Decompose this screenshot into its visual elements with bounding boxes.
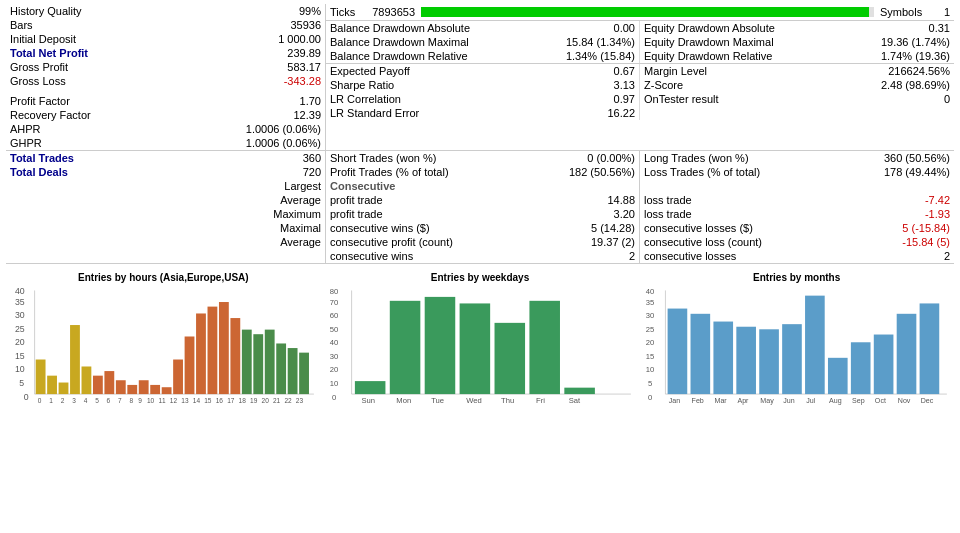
svg-text:Wed: Wed: [466, 396, 482, 405]
bars-row: Bars 35936: [6, 18, 325, 32]
svg-text:Sun: Sun: [361, 396, 375, 405]
hours-chart-svg: 0 5 10 15 20 25 30 35 40: [10, 285, 317, 405]
symbols-label: Symbols: [880, 6, 930, 18]
svg-text:5: 5: [95, 397, 99, 404]
hours-bar-7: [116, 380, 126, 394]
svg-text:17: 17: [227, 397, 235, 404]
svg-text:Nov: Nov: [898, 397, 911, 405]
month-bar-jul: [805, 296, 825, 394]
long-trades-row: Long Trades (won %) 360 (50.56%): [640, 151, 954, 165]
gross-loss-label: Gross Loss: [10, 75, 241, 87]
hours-bar-21: [276, 343, 286, 394]
months-chart-svg: 0 5 10 15 20 25 30 35 40: [643, 285, 950, 405]
svg-text:3: 3: [72, 397, 76, 404]
hours-bar-12: [173, 360, 183, 395]
hours-chart-title: Entries by hours (Asia,Europe,USA): [10, 272, 317, 283]
profit-factor-value: 1.70: [241, 95, 321, 107]
svg-text:7: 7: [118, 397, 122, 404]
svg-text:0: 0: [648, 393, 652, 402]
svg-text:Feb: Feb: [692, 397, 704, 405]
consecutive-losses-avg-row: consecutive losses 2: [640, 249, 954, 263]
ghpr-value: 1.0006 (0.06%): [241, 137, 321, 149]
hours-bar-18: [242, 330, 252, 394]
svg-text:21: 21: [273, 397, 281, 404]
svg-text:40: 40: [329, 338, 337, 347]
hours-bar-11: [162, 387, 172, 394]
initial-deposit-row: Initial Deposit 1 000.00: [6, 32, 325, 46]
month-bar-jun: [782, 324, 802, 394]
total-net-profit-row: Total Net Profit 239.89: [6, 46, 325, 60]
svg-text:30: 30: [329, 352, 337, 361]
svg-text:23: 23: [296, 397, 304, 404]
svg-text:0: 0: [38, 397, 42, 404]
svg-text:10: 10: [646, 365, 654, 374]
hours-bar-8: [127, 385, 137, 394]
recovery-factor-row: Recovery Factor 12.39: [6, 108, 325, 122]
svg-text:15: 15: [204, 397, 212, 404]
gross-profit-label: Gross Profit: [10, 61, 241, 73]
months-chart: Entries by months 0 5 10 15 20 25 30 35 …: [643, 272, 950, 392]
loss-trade-average-row: loss trade -1.93: [640, 207, 954, 221]
ticks-label: Ticks: [330, 6, 360, 18]
svg-text:0: 0: [24, 392, 29, 402]
gross-profit-row: Gross Profit 583.17: [6, 60, 325, 74]
svg-text:12: 12: [170, 397, 178, 404]
svg-text:Sep: Sep: [852, 397, 865, 405]
svg-text:25: 25: [15, 324, 25, 334]
svg-text:60: 60: [329, 311, 337, 320]
gross-profit-value: 583.17: [241, 61, 321, 73]
svg-text:40: 40: [15, 286, 25, 296]
loss-trade-largest-row: loss trade -7.42: [640, 193, 954, 207]
month-bar-mar: [714, 322, 734, 395]
svg-text:Mon: Mon: [396, 396, 411, 405]
hours-bar-6: [104, 371, 114, 394]
ontester-result-row: OnTester result 0: [640, 92, 954, 106]
equity-drawdown-rel-row: Equity Drawdown Relative 1.74% (19.36): [640, 49, 954, 63]
svg-text:9: 9: [138, 397, 142, 404]
svg-text:30: 30: [15, 310, 25, 320]
month-bar-nov: [897, 314, 917, 394]
svg-text:Dec: Dec: [921, 397, 934, 405]
hours-bar-2: [59, 383, 69, 395]
weekday-bar-sat: [564, 388, 595, 394]
svg-text:Jun: Jun: [784, 397, 795, 405]
svg-text:1: 1: [49, 397, 53, 404]
hours-bar-1: [47, 376, 57, 394]
total-net-profit-label: Total Net Profit: [10, 47, 241, 59]
svg-text:14: 14: [193, 397, 201, 404]
consecutive-wins-avg-row: consecutive wins 2: [326, 249, 639, 263]
weekday-bar-wed: [459, 303, 490, 394]
equity-drawdown-max-row: Equity Drawdown Maximal 19.36 (1.74%): [640, 35, 954, 49]
svg-text:10: 10: [329, 379, 337, 388]
svg-text:Sat: Sat: [568, 396, 580, 405]
consecutive-label-row: Consecutive: [326, 179, 639, 193]
svg-text:19: 19: [250, 397, 258, 404]
gross-loss-row: Gross Loss -343.28: [6, 74, 325, 88]
z-score-row: Z-Score 2.48 (98.69%): [640, 78, 954, 92]
bars-label: Bars: [10, 19, 241, 31]
lr-std-error-row: LR Standard Error 16.22: [326, 106, 639, 120]
balance-drawdown-max-row: Balance Drawdown Maximal 15.84 (1.34%): [326, 35, 639, 49]
profit-factor-label: Profit Factor: [10, 95, 241, 107]
svg-text:30: 30: [646, 311, 654, 320]
svg-text:20: 20: [262, 397, 270, 404]
weekday-bar-mon: [389, 301, 420, 394]
svg-text:0: 0: [332, 393, 336, 402]
weekday-bar-tue: [424, 297, 455, 394]
hours-bar-0: [36, 360, 46, 395]
month-bar-sep: [851, 342, 871, 394]
svg-text:Aug: Aug: [829, 397, 842, 405]
ahpr-value: 1.0006 (0.06%): [241, 123, 321, 135]
svg-text:22: 22: [284, 397, 292, 404]
consecutive-wins-max-row: consecutive wins ($) 5 (14.28): [326, 221, 639, 235]
hours-bar-14: [196, 313, 206, 394]
svg-text:8: 8: [130, 397, 134, 404]
svg-text:Tue: Tue: [431, 396, 444, 405]
charts-section: Entries by hours (Asia,Europe,USA) 0 5 1…: [6, 272, 954, 392]
svg-text:Oct: Oct: [875, 397, 886, 405]
balance-drawdown-rel-row: Balance Drawdown Relative 1.34% (15.84): [326, 49, 639, 63]
month-bar-oct: [874, 335, 894, 395]
svg-text:15: 15: [646, 352, 654, 361]
hours-bar-9: [139, 380, 149, 394]
margin-level-row: Margin Level 216624.56%: [640, 64, 954, 78]
